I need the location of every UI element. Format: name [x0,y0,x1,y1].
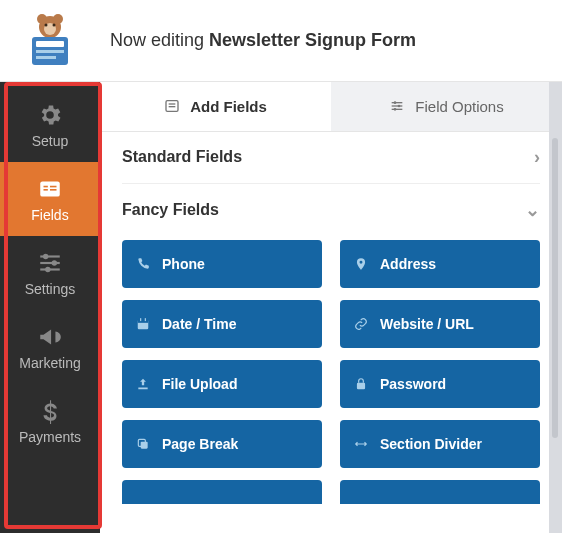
svg-point-5 [53,23,56,26]
tab-add-fields[interactable]: Add Fields [100,82,331,131]
copy-icon [136,437,150,451]
header-bar: Now editing Newsletter Signup Form [0,0,562,82]
field-partial-2[interactable] [340,480,540,504]
svg-point-19 [52,260,57,265]
fancy-fields-grid: Phone Address Date / Time Website / URL [122,240,540,504]
field-label: Phone [162,256,205,272]
arrows-h-icon [354,437,368,451]
link-icon [354,317,368,331]
svg-point-28 [398,105,401,108]
field-label: Website / URL [380,316,474,332]
field-label: Section Divider [380,436,482,452]
field-label: Page Break [162,436,238,452]
upload-icon [136,377,150,391]
logo-cell [0,13,100,69]
svg-rect-9 [36,56,56,59]
sidebar-label: Payments [19,429,81,445]
dollar-icon [37,397,63,425]
field-address[interactable]: Address [340,240,540,288]
chevron-down-icon: ⌄ [525,199,540,221]
svg-rect-12 [44,189,48,191]
svg-point-1 [37,14,47,24]
svg-rect-13 [50,186,57,188]
field-website[interactable]: Website / URL [340,300,540,348]
svg-rect-8 [36,50,64,53]
sidebar-item-settings[interactable]: Settings [0,236,100,310]
svg-rect-11 [44,186,48,188]
app-logo [22,13,78,69]
field-partial-1[interactable] [122,480,322,504]
field-section-divider[interactable]: Section Divider [340,420,540,468]
lock-icon [354,377,368,391]
form-icon [37,175,63,203]
svg-point-20 [45,267,50,272]
sidebar: Setup Fields Settings Marketing Payments [0,82,100,533]
field-fileupload[interactable]: File Upload [122,360,322,408]
field-label: File Upload [162,376,237,392]
svg-point-29 [394,108,397,111]
section-label: Standard Fields [122,148,242,166]
field-phone[interactable]: Phone [122,240,322,288]
form-list-icon [164,98,180,114]
tab-label: Field Options [415,98,503,115]
calendar-icon [136,317,150,331]
tabs: Add Fields Field Options [100,82,562,132]
map-pin-icon [354,257,368,271]
svg-point-4 [45,23,48,26]
page-title: Now editing Newsletter Signup Form [100,30,416,51]
sidebar-item-marketing[interactable]: Marketing [0,310,100,384]
svg-rect-34 [357,383,365,389]
sidebar-item-setup[interactable]: Setup [0,88,100,162]
field-label: Date / Time [162,316,236,332]
svg-rect-32 [140,318,141,321]
svg-point-2 [53,14,63,24]
svg-rect-14 [50,189,57,191]
sliders-icon [389,98,405,114]
section-standard-fields[interactable]: Standard Fields › [122,132,540,184]
title-prefix: Now editing [110,30,209,50]
sidebar-label: Setup [32,133,69,149]
section-fancy-fields[interactable]: Fancy Fields ⌄ [122,184,540,236]
svg-point-18 [43,254,48,259]
bullhorn-icon [37,323,63,351]
field-label: Password [380,376,446,392]
sidebar-item-payments[interactable]: Payments [0,384,100,458]
field-datetime[interactable]: Date / Time [122,300,322,348]
svg-point-27 [394,102,397,105]
sidebar-label: Marketing [19,355,80,371]
tab-field-options[interactable]: Field Options [331,82,562,131]
sidebar-label: Fields [31,207,68,223]
svg-rect-31 [138,320,149,323]
svg-rect-7 [36,41,64,47]
svg-rect-36 [141,442,148,449]
sliders-icon [37,249,63,277]
svg-rect-33 [145,318,146,321]
gear-icon [37,101,63,129]
title-formname: Newsletter Signup Form [209,30,416,50]
field-password[interactable]: Password [340,360,540,408]
sidebar-label: Settings [25,281,76,297]
fields-panel: Standard Fields › Fancy Fields ⌄ Phone A… [100,132,562,533]
chevron-right-icon: › [534,147,540,168]
phone-icon [136,257,150,271]
main-panel: Add Fields Field Options Standard Fields… [100,82,562,533]
tab-label: Add Fields [190,98,267,115]
field-pagebreak[interactable]: Page Break [122,420,322,468]
section-label: Fancy Fields [122,201,219,219]
sidebar-item-fields[interactable]: Fields [0,162,100,236]
field-label: Address [380,256,436,272]
